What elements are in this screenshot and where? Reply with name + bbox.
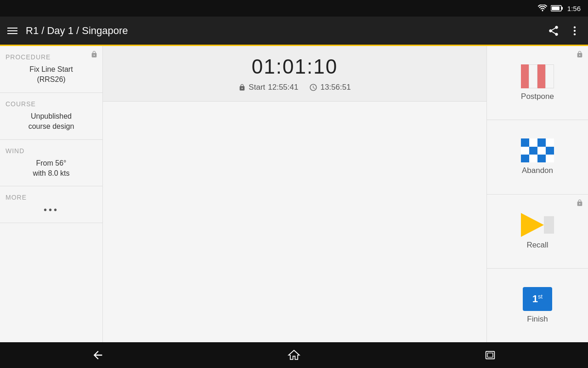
app-bar: R1 / Day 1 / Singapore <box>0 17 588 46</box>
postpone-button[interactable]: Postpone <box>487 46 588 120</box>
wind-value: From 56°with 8.0 kts <box>6 158 97 179</box>
recents-icon <box>484 349 497 362</box>
more-section[interactable]: MORE ••• <box>0 186 102 223</box>
postpone-label: Postpone <box>521 92 554 101</box>
svg-point-0 <box>542 10 543 12</box>
left-sidebar: PROCEDURE Fix Line Start(RRS26) COURSE U… <box>0 46 103 342</box>
timer-info: Start 12:55:41 13:56:51 <box>112 83 477 92</box>
wind-label: WIND <box>6 147 97 155</box>
home-icon <box>288 349 300 362</box>
share-icon[interactable] <box>548 25 560 37</box>
timer-section: 01:01:10 Start 12:55:41 13:56:51 <box>103 46 486 102</box>
procedure-label: PROCEDURE <box>6 53 97 61</box>
home-button[interactable] <box>276 342 312 368</box>
wifi-icon <box>538 5 547 12</box>
main-content: PROCEDURE Fix Line Start(RRS26) COURSE U… <box>0 46 588 342</box>
status-time: 1:56 <box>567 5 581 12</box>
start-label: Start <box>249 83 265 92</box>
start-lock-icon <box>238 84 246 91</box>
course-section[interactable]: COURSE Unpublishedcourse design <box>0 93 102 140</box>
svg-rect-2 <box>552 6 560 10</box>
abandon-label: Abandon <box>522 166 553 175</box>
recall-button[interactable]: Recall <box>487 195 588 269</box>
finish-label: Finish <box>527 315 548 324</box>
abandon-button[interactable]: Abandon <box>487 120 588 194</box>
more-label: MORE <box>6 194 97 201</box>
timer-display: 01:01:10 <box>112 55 477 78</box>
more-vertical-icon[interactable] <box>569 25 581 37</box>
wind-section[interactable]: WIND From 56°with 8.0 kts <box>0 140 102 187</box>
finish-badge-text: 1st <box>532 293 543 305</box>
recall-label: Recall <box>526 241 548 250</box>
center-panel: 01:01:10 Start 12:55:41 13:56:51 <box>103 46 487 342</box>
current-time: 13:56:51 <box>320 83 351 92</box>
status-icons: 1:56 <box>538 5 581 12</box>
back-icon <box>91 349 104 362</box>
svg-rect-8 <box>487 353 493 357</box>
right-sidebar: Postpone Abandon Recall <box>487 46 588 342</box>
recents-button[interactable] <box>472 342 509 368</box>
status-bar: 1:56 <box>0 0 588 17</box>
nav-bar <box>0 342 588 368</box>
finish-button[interactable]: 1st Finish <box>487 269 588 342</box>
back-button[interactable] <box>79 342 116 368</box>
svg-point-5 <box>574 29 576 31</box>
procedure-lock-icon <box>90 51 98 58</box>
svg-rect-3 <box>561 7 563 10</box>
postpone-flag <box>521 64 554 88</box>
clock-icon <box>309 83 317 92</box>
recall-lock-icon <box>576 199 583 207</box>
procedure-value: Fix Line Start(RRS26) <box>6 64 97 85</box>
battery-icon <box>551 5 564 12</box>
svg-point-6 <box>574 33 576 35</box>
app-bar-title: R1 / Day 1 / Singapore <box>26 25 548 37</box>
start-time-item: Start 12:55:41 <box>238 83 298 92</box>
menu-button[interactable] <box>7 28 17 34</box>
center-canvas <box>103 102 486 342</box>
course-value: Unpublishedcourse design <box>6 111 97 132</box>
svg-point-4 <box>574 26 576 28</box>
postpone-lock-icon <box>576 51 583 58</box>
procedure-section[interactable]: PROCEDURE Fix Line Start(RRS26) <box>0 46 102 93</box>
more-dots: ••• <box>6 205 97 215</box>
finish-badge: 1st <box>523 287 552 311</box>
start-time: 12:55:41 <box>268 83 298 92</box>
current-time-item: 13:56:51 <box>309 83 351 92</box>
course-label: COURSE <box>6 100 97 108</box>
app-bar-actions <box>548 25 581 37</box>
abandon-flag <box>521 138 554 162</box>
recall-flag <box>521 213 554 237</box>
